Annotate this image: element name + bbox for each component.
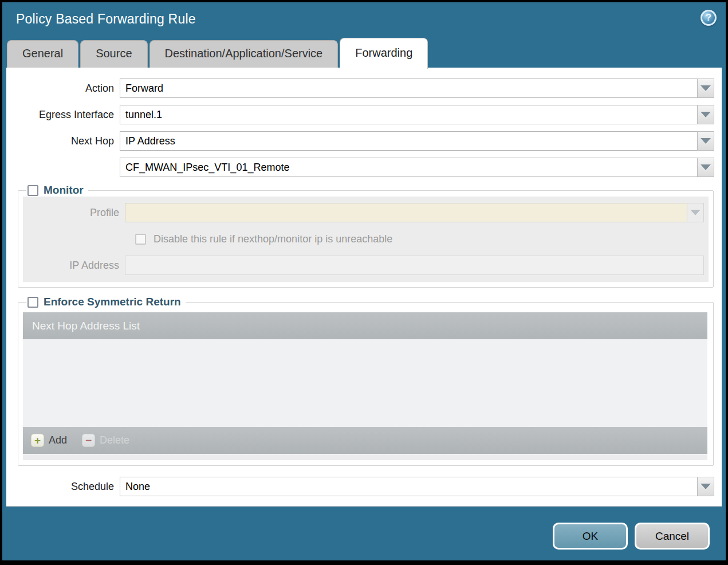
chevron-down-icon [701,112,711,117]
chevron-down-icon [701,138,711,144]
tab-general[interactable]: General [7,40,78,68]
next-hop-type-value[interactable]: IP Address [120,131,697,151]
symmetric-return-legend: Enforce Symmetric Return [26,296,186,308]
next-hop-address-value[interactable]: CF_MWAN_IPsec_VTI_01_Remote [120,158,697,177]
dialog-footer: OK Cancel [2,507,726,560]
monitor-panel: Profile Disable this rule if nexthop/mon… [23,197,709,282]
add-button[interactable]: + Add [31,434,67,447]
symmetric-return-legend-label: Enforce Symmetric Return [44,296,181,308]
add-icon: + [31,434,44,447]
next-hop-type-select[interactable]: IP Address [120,131,714,151]
monitor-ip-label: IP Address [23,260,125,272]
next-hop-address-dropdown-button[interactable] [697,158,714,177]
next-hop-type-dropdown-button[interactable] [697,131,714,151]
schedule-row: Schedule None [6,477,722,496]
title-bar: Policy Based Forwarding Rule ? [2,2,726,36]
profile-value [125,203,687,222]
next-hop-label: Next Hop [6,135,120,147]
chevron-down-icon [690,210,701,215]
cancel-button[interactable]: Cancel [635,523,710,550]
action-select[interactable]: Forward [120,79,714,98]
egress-interface-row: Egress Interface tunnel.1 [6,105,722,124]
next-hop-address-select[interactable]: CF_MWAN_IPsec_VTI_01_Remote [120,158,714,177]
monitor-legend: Monitor [26,184,88,197]
schedule-select[interactable]: None [120,477,714,496]
action-value[interactable]: Forward [120,79,697,98]
profile-select [125,203,704,222]
add-button-label: Add [49,434,67,446]
tab-source[interactable]: Source [80,40,147,68]
tab-forwarding[interactable]: Forwarding [340,38,428,69]
disable-rule-row: Disable this rule if nexthop/monitor ip … [135,231,709,247]
pbf-rule-dialog: Policy Based Forwarding Rule ? General S… [2,2,726,560]
page-title: Policy Based Forwarding Rule [16,11,196,27]
chevron-down-icon [701,85,711,91]
next-hop-address-table: Next Hop Address List + Add − Delete [23,312,707,460]
tab-destination-application-service[interactable]: Destination/Application/Service [149,40,339,68]
forwarding-panel: Action Forward Egress Interface tunnel.1… [6,68,722,507]
table-header: Next Hop Address List [23,312,707,339]
egress-interface-dropdown-button[interactable] [697,105,714,124]
delete-icon: − [82,434,95,447]
next-hop-row: Next Hop IP Address [6,131,722,151]
ok-button[interactable]: OK [553,523,628,550]
symmetric-return-section: Enforce Symmetric Return Next Hop Addres… [18,296,714,466]
schedule-label: Schedule [6,481,120,493]
monitor-legend-label: Monitor [44,184,84,197]
next-hop-address-row: CF_MWAN_IPsec_VTI_01_Remote [6,158,722,177]
profile-row: Profile [23,203,709,222]
schedule-dropdown-button[interactable] [697,477,714,496]
monitor-checkbox[interactable] [27,185,38,196]
action-label: Action [6,83,120,95]
table-toolbar: + Add − Delete [23,427,707,454]
disable-rule-checkbox [135,234,146,245]
profile-dropdown-button [687,203,704,222]
chevron-down-icon [701,164,711,170]
egress-interface-select[interactable]: tunnel.1 [120,105,714,124]
monitor-ip-input [125,256,704,275]
delete-button-label: Delete [100,434,129,446]
chevron-down-icon [701,484,711,489]
disable-rule-label: Disable this rule if nexthop/monitor ip … [154,233,392,245]
profile-label: Profile [23,207,125,219]
delete-button: − Delete [82,434,129,447]
tab-strip: General Source Destination/Application/S… [2,36,726,68]
table-header-label: Next Hop Address List [32,320,140,332]
egress-interface-value[interactable]: tunnel.1 [120,105,697,124]
action-dropdown-button[interactable] [697,79,714,98]
egress-interface-label: Egress Interface [6,109,120,121]
table-body-empty [23,339,707,427]
symmetric-return-checkbox[interactable] [27,297,38,308]
table-scrollbar-track[interactable] [23,454,707,460]
monitor-section: Monitor Profile Disable this rule if nex… [18,184,714,288]
help-icon[interactable]: ? [701,10,717,26]
schedule-value[interactable]: None [120,477,697,496]
monitor-ip-row: IP Address [23,256,709,275]
action-row: Action Forward [6,79,722,98]
